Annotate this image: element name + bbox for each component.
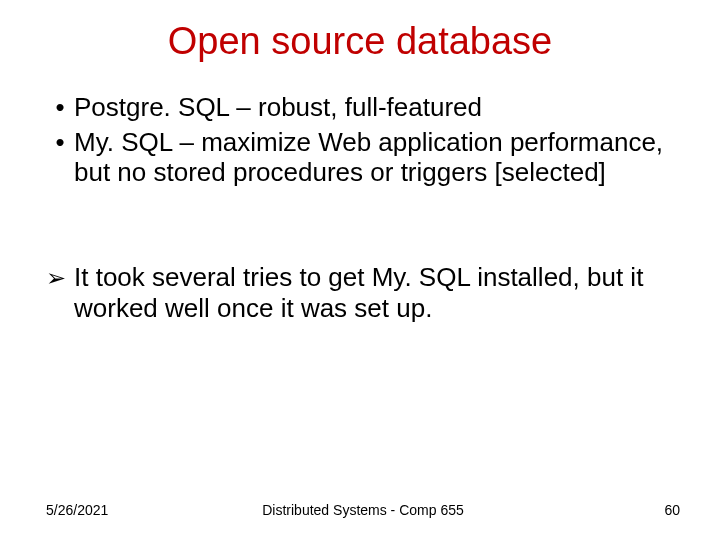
slide: Open source database • Postgre. SQL – ro… (0, 0, 720, 540)
bullet-item: • My. SQL – maximize Web application per… (46, 127, 680, 188)
bullet-marker-icon: • (46, 92, 74, 123)
slide-body: • Postgre. SQL – robust, full-featured •… (46, 92, 680, 323)
slide-title: Open source database (0, 20, 720, 63)
bullet-text: My. SQL – maximize Web application perfo… (74, 127, 680, 188)
footer-title: Distributed Systems - Comp 655 (46, 502, 680, 518)
bullet-marker-icon: • (46, 127, 74, 188)
bullet-item: • Postgre. SQL – robust, full-featured (46, 92, 680, 123)
bullet-text: Postgre. SQL – robust, full-featured (74, 92, 680, 123)
footer-page-number: 60 (664, 502, 680, 518)
slide-footer: 5/26/2021 Distributed Systems - Comp 655… (46, 502, 680, 518)
arrow-marker-icon: ➢ (46, 264, 74, 325)
arrow-bullet-item: ➢ It took several tries to get My. SQL i… (46, 262, 680, 323)
arrow-bullet-text: It took several tries to get My. SQL ins… (74, 262, 680, 323)
footer-date: 5/26/2021 (46, 502, 108, 518)
